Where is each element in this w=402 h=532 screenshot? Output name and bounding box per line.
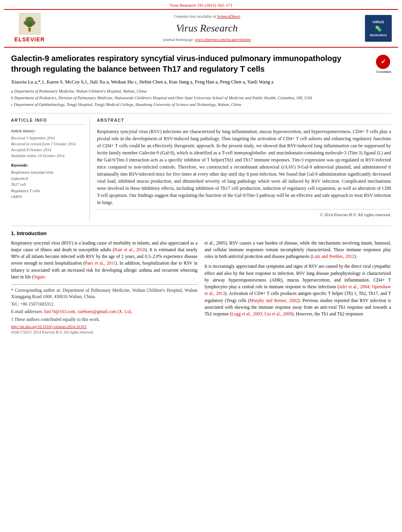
keyword-2: Galectin-9 xyxy=(11,176,28,181)
section-1-heading: 1. Introduction xyxy=(11,230,391,237)
issn-line: 0168-1702/© 2014 Elsevier B.V. All right… xyxy=(11,330,197,335)
received-revised-date: Received in revised form 7 October 2014 xyxy=(11,142,76,146)
abstract-text: Respiratory syncytial virus (RSV) infect… xyxy=(97,128,391,206)
crossmark-badge[interactable]: ✓ CrossMark xyxy=(376,55,391,74)
elsevier-logo: ELSEVIER xyxy=(8,13,51,44)
ref-murphy[interactable]: Murphy and Reiner, 2002 xyxy=(249,298,298,303)
abstract-heading: ABSTRACT xyxy=(97,117,391,125)
elsevier-wordmark: ELSEVIER xyxy=(14,36,45,44)
footnote-equal-contrib: 1 These authors contributed equally to t… xyxy=(11,316,197,323)
sciencedirect-line: Contents lists available at ScienceDirec… xyxy=(51,14,363,20)
ref-sigurs[interactable]: Sigurs xyxy=(34,274,45,279)
virus-research-logo: VIRUS 🦠 RESEARCH xyxy=(363,15,394,42)
affiliation-a: a Department of Pulmonary Medicine, Wuha… xyxy=(11,88,391,94)
keyword-1: Respiratory syncytial virus xyxy=(11,170,54,174)
ref-lotz[interactable]: Lotz and Peebles, 2012 xyxy=(312,254,354,259)
svg-rect-5 xyxy=(28,28,31,32)
footnote-email-link[interactable]: lusi74@163.com, xueboen@gmail.com (X. Lu… xyxy=(44,309,132,314)
authors-line: Xiaoxia Lu a,*,1, Karen S. McCoy b,1, Ji… xyxy=(11,78,391,86)
article-info-abstract-section: ARTICLE INFO Article history: Received 1… xyxy=(11,113,391,222)
footnote-email: E-mail addresses: lusi74@163.com, xueboe… xyxy=(11,308,197,315)
received-date: Received 1 September 2014 xyxy=(11,136,55,140)
body-section: 1. Introduction Respiratory syncytial vi… xyxy=(11,226,391,335)
footnote-tel: Tel.: +86 15671683312. xyxy=(11,301,197,307)
affiliation-c: c Department of Ophthalmology, Tongji Ho… xyxy=(11,102,391,108)
accepted-date: Accepted 8 October 2014 xyxy=(11,148,51,152)
elsevier-tree-icon xyxy=(19,13,41,35)
copyright-line: © 2014 Elsevier B.V. All rights reserved… xyxy=(97,209,391,218)
keyword-5: rAAV9 xyxy=(11,195,22,199)
doi-line: http://dx.doi.org/10.1016/j.virusres.201… xyxy=(11,324,197,330)
keywords-section: Keywords: Respiratory syncytial virus Ga… xyxy=(11,163,85,200)
keyword-3: Th17 cell xyxy=(11,182,26,187)
journal-citation: Virus Research 195 (2015) 162–171 xyxy=(0,0,402,9)
article-title: Galectin-9 ameliorates respiratory syncy… xyxy=(11,53,376,74)
ref-paes-2011[interactable]: Paes et al., 2011 xyxy=(85,261,115,265)
body-col-right: et al., 2005). RSV causes a vast burden … xyxy=(205,240,391,335)
ref-legg[interactable]: Legg et al., 2003; Liu et al., 2009 xyxy=(231,311,292,316)
sciencedirect-link[interactable]: ScienceDirect xyxy=(217,14,240,19)
footnote-corresponding: * Corresponding author at: Department of… xyxy=(11,287,197,300)
ref-jafri[interactable]: Jafri et al., 2004; Openshaw et al., 201… xyxy=(205,284,391,296)
keyword-4: Regulatory T cells xyxy=(11,189,40,193)
body-two-col: Respiratory syncytial virus (RSV) is a l… xyxy=(11,240,391,335)
journal-homepage: journal homepage: www.elsevier.com/locat… xyxy=(51,37,363,43)
body-para-3-right: It is increasingly appreciated that symp… xyxy=(205,263,391,317)
keywords-label: Keywords: xyxy=(11,163,85,168)
article-info-heading: ARTICLE INFO xyxy=(11,117,85,125)
available-date: Available online 16 October 2014 xyxy=(11,154,65,158)
affiliation-b: b Department of Pediatrics, Division of … xyxy=(11,95,391,101)
crossmark-icon[interactable]: ✓ xyxy=(376,55,390,69)
body-para-1: Respiratory syncytial virus (RSV) is a l… xyxy=(11,240,197,281)
abstract-column: ABSTRACT Respiratory syncytial virus (RS… xyxy=(97,117,391,222)
doi-link[interactable]: http://dx.doi.org/10.1016/j.virusres.201… xyxy=(11,324,87,329)
ref-nair-2010[interactable]: Nair et al., 2010 xyxy=(114,247,145,252)
article-title-section: Galectin-9 ameliorates respiratory syncy… xyxy=(11,53,391,74)
footnotes-section: * Corresponding author at: Department of… xyxy=(11,284,197,335)
affiliations: a Department of Pulmonary Medicine, Wuha… xyxy=(11,88,391,108)
journal-header: ELSEVIER Contents lists available at Sci… xyxy=(4,9,398,48)
history-heading: Article history: xyxy=(11,128,85,134)
homepage-link[interactable]: www.elsevier.com/locate/virusres xyxy=(195,37,251,42)
body-para-2-right: et al., 2005). RSV causes a vast burden … xyxy=(205,240,391,260)
svg-point-4 xyxy=(26,22,33,27)
journal-center-info: Contents lists available at ScienceDirec… xyxy=(51,14,363,43)
main-content: Galectin-9 ameliorates respiratory syncy… xyxy=(11,48,391,335)
keywords-list: Respiratory syncytial virus Galectin-9 T… xyxy=(11,169,85,200)
article-info-column: ARTICLE INFO Article history: Received 1… xyxy=(11,117,90,222)
article-history: Article history: Received 1 September 20… xyxy=(11,128,85,159)
body-col-left: Respiratory syncytial virus (RSV) is a l… xyxy=(11,240,197,335)
journal-title: Virus Research xyxy=(51,21,363,35)
